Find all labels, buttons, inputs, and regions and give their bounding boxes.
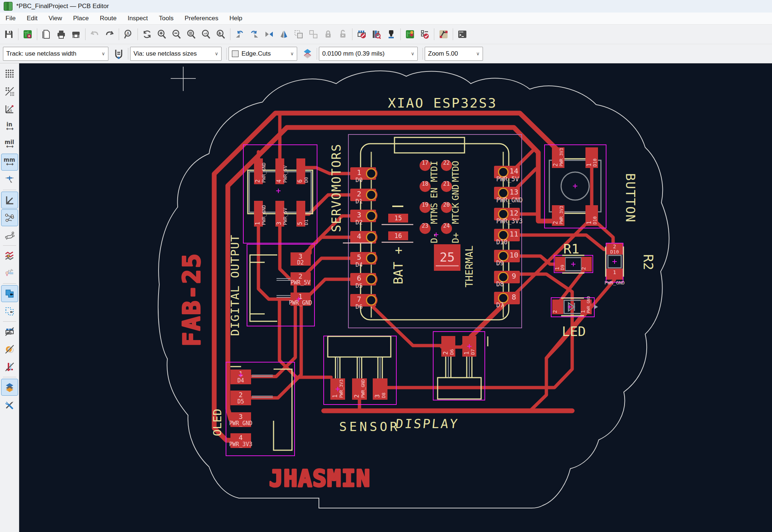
- zoom-selection-button[interactable]: [213, 27, 228, 42]
- zoom-dropdown[interactable]: Zoom 5.00∨: [425, 47, 483, 61]
- undo-button[interactable]: [87, 27, 102, 42]
- zoom-in-button[interactable]: [154, 27, 169, 42]
- print-button[interactable]: [54, 27, 69, 42]
- label-display[interactable]: DISPLAY: [395, 416, 459, 431]
- pad-number: 13: [510, 188, 518, 196]
- label-servomotors[interactable]: SERVOMOTORS: [329, 143, 344, 232]
- rotate-ccw-button[interactable]: [232, 27, 247, 42]
- angle-mode-button[interactable]: [1, 192, 18, 209]
- pad-number: 7: [357, 295, 361, 304]
- flip-horizontal-button[interactable]: [262, 27, 277, 42]
- pcb-drawing[interactable]: 1 D0 2 D1 3 D2 4 5 D4 6 D5 7 D6 14 PWR_5…: [19, 63, 772, 532]
- footprint-led[interactable]: 2 1PWR_GND: [551, 296, 598, 317]
- footprint-r1[interactable]: 1D9 2: [554, 255, 593, 273]
- zone-display-outline-button[interactable]: [1, 303, 18, 320]
- footprint-editor-button[interactable]: [354, 27, 369, 42]
- properties-panel-button[interactable]: [1, 396, 18, 413]
- drc-button[interactable]: [417, 27, 432, 42]
- track-sketch-mode-button[interactable]: [1, 358, 18, 375]
- xiao-thermal-pad[interactable]: 25: [434, 244, 460, 271]
- label-button[interactable]: BUTTON: [623, 173, 638, 223]
- menu-preferences[interactable]: Preferences: [179, 13, 224, 24]
- menu-place[interactable]: Place: [67, 13, 94, 24]
- ratsnest-curved-button[interactable]: [1, 227, 18, 244]
- footprint-button[interactable]: 2PWR_3V3 1D10 2PWR_3V3 1D10: [545, 145, 606, 228]
- footprint-browser-button[interactable]: [369, 27, 384, 42]
- menu-route[interactable]: Route: [94, 13, 122, 24]
- layer-manager-button[interactable]: [300, 46, 315, 62]
- pad-net: PWR_GND: [586, 296, 591, 313]
- redo-button[interactable]: [102, 27, 117, 42]
- find-button[interactable]: A: [121, 27, 136, 42]
- label-bat[interactable]: BAT +: [391, 247, 406, 284]
- menu-edit[interactable]: Edit: [21, 13, 43, 24]
- label-sensor[interactable]: SENSOR: [339, 419, 400, 434]
- rotate-cw-button[interactable]: [247, 27, 262, 42]
- units-mm-button[interactable]: mm⟷: [1, 154, 18, 171]
- plot-button[interactable]: [69, 27, 83, 42]
- show-grid-button[interactable]: [1, 65, 18, 82]
- page-settings-button[interactable]: [39, 27, 54, 42]
- units-mils-button[interactable]: mil⟷: [1, 136, 18, 153]
- footprint-r2[interactable]: 2D10 1PWR_GND: [605, 243, 625, 286]
- footprint-oled[interactable]: 1D4 2D5 3PWR_GND 4PWR_3V3: [226, 362, 295, 456]
- import-changes-button[interactable]: [403, 27, 417, 42]
- pad-net: D8: [496, 280, 504, 288]
- board-setup-button[interactable]: [20, 27, 35, 42]
- zoom-out-button[interactable]: [169, 27, 184, 42]
- menu-help[interactable]: Help: [224, 13, 248, 24]
- menu-inspect[interactable]: Inspect: [122, 13, 153, 24]
- pcb-canvas[interactable]: 1 D0 2 D1 3 D2 4 5 D4 6 D5 7 D6 14 PWR_5…: [19, 63, 772, 532]
- label-mcu[interactable]: XIAO ESP32S3: [388, 95, 497, 111]
- pad-number: 3: [299, 252, 303, 260]
- xiao-jtag-pads[interactable]: 17 22 18 21 19 20 23 24 MTDI MTDO EN GND…: [420, 160, 461, 243]
- track-width-dropdown[interactable]: Track: use netclass width∨: [3, 47, 108, 61]
- label-oled[interactable]: OLED: [211, 409, 224, 436]
- footprint-sensor[interactable]: 1PWR_3V3 2PWR_GND 3D8: [324, 336, 396, 405]
- label-author[interactable]: JHASMIN: [269, 465, 371, 492]
- pad-number: 1: [254, 222, 261, 225]
- pad-display-mode-button[interactable]: [1, 265, 18, 282]
- update-pcb-button[interactable]: [384, 27, 399, 42]
- ratsnest-visibility-button[interactable]: [1, 209, 18, 226]
- label-led[interactable]: LED: [562, 324, 586, 339]
- units-inches-button[interactable]: in⟷: [1, 118, 18, 135]
- menu-tools[interactable]: Tools: [153, 13, 179, 24]
- via-size-dropdown[interactable]: Via: use netclass sizes∨: [130, 47, 222, 61]
- save-button[interactable]: [1, 27, 16, 42]
- zoom-fit-button[interactable]: [184, 27, 199, 42]
- polar-coordinates-button[interactable]: rθ: [1, 101, 18, 118]
- via-sketch-mode-button[interactable]: [1, 341, 18, 358]
- pad-number: 5: [297, 222, 303, 225]
- footprint-sketch-mode-button[interactable]: [1, 323, 18, 340]
- pad-net: PWR_GND: [289, 300, 312, 306]
- group-button[interactable]: [291, 27, 306, 42]
- grid-dropdown[interactable]: 0.0100 mm (0.39 mils)∨: [319, 47, 418, 61]
- grid-overrides-button[interactable]: [1, 83, 18, 100]
- menu-file[interactable]: File: [0, 13, 21, 24]
- highlight-nets-button[interactable]: [1, 247, 18, 264]
- zoom-objects-button[interactable]: [199, 27, 213, 42]
- refresh-button[interactable]: [140, 27, 154, 42]
- flip-vertical-button[interactable]: [277, 27, 291, 42]
- footprint-display[interactable]: 2D6 1D7: [433, 332, 488, 400]
- high-contrast-mode-button[interactable]: [1, 379, 18, 396]
- cleanup-tracks-button[interactable]: [436, 27, 451, 42]
- label-fab25[interactable]: FAB-25: [178, 252, 205, 346]
- pad-net: D10: [496, 238, 508, 246]
- layer-dropdown[interactable]: Edge.Cuts∨: [229, 47, 297, 61]
- label-r2[interactable]: R2: [641, 254, 656, 270]
- label-digital-output[interactable]: DIGITAL OUTPUT: [228, 235, 241, 336]
- label-r1[interactable]: R1: [563, 241, 579, 256]
- zone-display-filled-button[interactable]: [1, 285, 18, 302]
- menu-view[interactable]: View: [43, 13, 68, 24]
- pad-number: 14: [510, 167, 518, 175]
- scripting-console-button[interactable]: [455, 27, 470, 42]
- crosshair-cursor-button[interactable]: [1, 171, 18, 188]
- ungroup-button[interactable]: [306, 27, 321, 42]
- unlock-button[interactable]: [335, 27, 350, 42]
- label-thermal[interactable]: THERMAL: [463, 245, 475, 287]
- lock-button[interactable]: [321, 27, 335, 42]
- pad-net: D4: [355, 261, 362, 268]
- auto-track-width-button[interactable]: [111, 46, 126, 62]
